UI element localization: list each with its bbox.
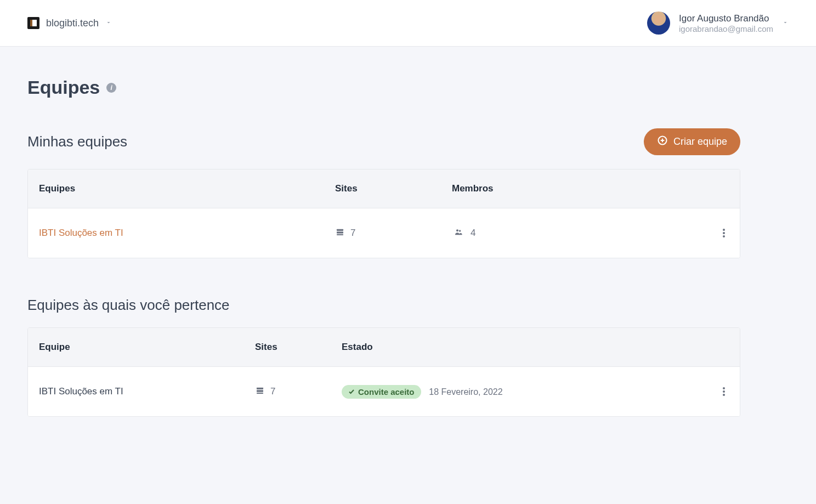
- sites-count: 7: [350, 228, 355, 239]
- svg-point-6: [456, 229, 458, 231]
- site-name: blogibti.tech: [46, 18, 99, 29]
- users-icon: [452, 228, 465, 239]
- plus-circle-icon: [657, 135, 668, 149]
- status-label: Convite aceito: [358, 387, 415, 397]
- site-logo-icon: [27, 17, 39, 29]
- team-name: IBTI Soluções em TI: [39, 386, 123, 397]
- col-sites: Sites: [335, 183, 452, 194]
- user-menu[interactable]: Igor Augusto Brandão igorabrandao@gmail.…: [647, 12, 789, 35]
- table-row: IBTI Soluções em TI 7: [28, 367, 740, 416]
- members-count: 4: [471, 228, 475, 239]
- row-menu-button[interactable]: [719, 225, 729, 241]
- table-header: Equipes Sites Membros: [28, 169, 740, 208]
- content: Equipes i Minhas equipes Criar equipe Eq…: [0, 47, 768, 447]
- page-title: Equipes i: [27, 77, 740, 98]
- section-my-teams-header: Minhas equipes Criar equipe: [27, 128, 740, 155]
- col-team: Equipe: [39, 342, 255, 353]
- user-email: igorabrandao@gmail.com: [679, 24, 773, 33]
- create-team-button[interactable]: Criar equipe: [644, 128, 740, 155]
- member-teams-table: Equipe Sites Estado IBTI Soluções em TI …: [27, 327, 740, 417]
- col-team: Equipes: [39, 183, 335, 194]
- svg-rect-13: [257, 393, 263, 394]
- check-icon: [348, 387, 355, 397]
- info-icon[interactable]: i: [106, 83, 116, 93]
- svg-point-14: [723, 387, 725, 389]
- svg-rect-5: [337, 234, 343, 235]
- my-teams-table: Equipes Sites Membros IBTI Soluções em T…: [27, 169, 740, 258]
- server-icon: [335, 228, 345, 239]
- svg-rect-12: [257, 390, 263, 392]
- svg-point-16: [723, 394, 725, 396]
- create-team-label: Criar equipe: [673, 136, 727, 148]
- chevron-down-icon: [105, 18, 112, 28]
- server-icon: [255, 386, 265, 398]
- table-header: Equipe Sites Estado: [28, 328, 740, 367]
- status-date: 18 Fevereiro, 2022: [429, 387, 502, 397]
- col-status: Estado: [342, 342, 696, 353]
- row-menu-button[interactable]: [719, 383, 729, 400]
- sites-count: 7: [270, 386, 275, 397]
- col-members: Membros: [452, 183, 696, 194]
- chevron-down-icon: [782, 18, 789, 28]
- svg-point-15: [723, 390, 725, 393]
- svg-rect-4: [337, 231, 343, 233]
- status-badge: Convite aceito: [342, 385, 421, 399]
- svg-point-8: [723, 229, 725, 231]
- site-selector[interactable]: blogibti.tech: [27, 17, 112, 29]
- avatar: [647, 12, 670, 35]
- user-name: Igor Augusto Brandão: [679, 13, 773, 24]
- topbar: blogibti.tech Igor Augusto Brandão igora…: [0, 0, 816, 47]
- section-member-teams-title: Equipes às quais você pertence: [27, 297, 740, 314]
- page-title-text: Equipes: [27, 77, 100, 98]
- section-my-teams-title: Minhas equipes: [27, 133, 127, 150]
- svg-point-9: [723, 232, 725, 234]
- svg-point-10: [723, 235, 725, 237]
- svg-rect-3: [337, 229, 343, 230]
- col-sites: Sites: [255, 342, 342, 353]
- svg-rect-11: [257, 387, 263, 389]
- user-info: Igor Augusto Brandão igorabrandao@gmail.…: [679, 13, 773, 33]
- team-link[interactable]: IBTI Soluções em TI: [39, 228, 123, 238]
- svg-point-7: [459, 230, 461, 231]
- table-row: IBTI Soluções em TI 7: [28, 208, 740, 258]
